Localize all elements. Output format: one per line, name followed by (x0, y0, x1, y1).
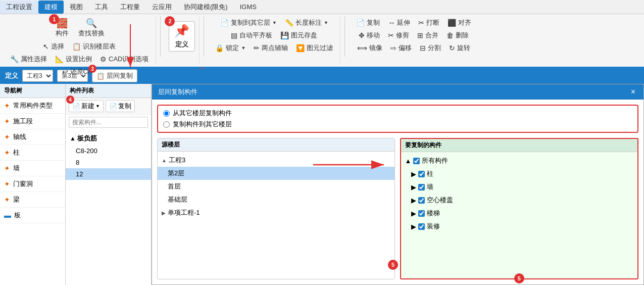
copy-dialog-close-button[interactable]: × (629, 87, 637, 97)
length-mark-dropdown-icon: ▼ (324, 20, 328, 25)
dest-item-column[interactable]: ▶ 柱 (401, 167, 638, 180)
toolbar-btn-extend[interactable]: ↔ 延伸 (385, 17, 413, 28)
toolbar-group-component: 🧱 构件 1 🔍 查找替换 ↖ 选择 📋 识别楼层表 🔧 属性选择 (3, 16, 156, 65)
toolbar-btn-copy[interactable]: 📄 复制 (353, 17, 383, 28)
toolbar-row-2: ↖ 选择 📋 识别楼层表 (40, 41, 119, 52)
edit-row-1: 📄 复制 ↔ 延伸 ✂ 打断 ⬛ 对齐 (353, 17, 474, 28)
toolbar-btn-identify-floor[interactable]: 📋 识别楼层表 (69, 41, 119, 52)
radio-copy-to[interactable]: 复制构件到其它楼层 (163, 120, 632, 129)
sidebar-item-slab[interactable]: ▬ 板 (0, 208, 65, 223)
floor-copy-button[interactable]: 📋 层间复制 3 (92, 69, 137, 82)
copy-dialog-body: 从其它楼层复制构件 复制构件到其它楼层 源楼层 ▲ (152, 100, 643, 284)
common-types-icon: ✦ (4, 102, 10, 110)
toolbar-group-edit: 📄 复制 ↔ 延伸 ✂ 打断 ⬛ 对齐 ✥ 移动 ✂ 修剪 (349, 16, 478, 65)
toolbar-btn-trim[interactable]: ✂ 修剪 (385, 30, 412, 41)
dest-checkbox-wall[interactable] (418, 184, 425, 191)
toolbar-btn-component[interactable]: 🧱 构件 1 (51, 17, 73, 39)
menu-engineering-settings[interactable]: 工程设置 (0, 1, 38, 14)
radio-copy-from-input[interactable] (163, 110, 170, 117)
dest-item-stair[interactable]: ▶ 楼梯 (401, 207, 638, 220)
dest-checkbox-decoration[interactable] (418, 223, 425, 230)
save-element-icon: 💾 (280, 31, 289, 39)
comp-item-c8-200[interactable]: C8-200 (66, 145, 151, 157)
sidebar-item-common-types[interactable]: ✦ 常用构件类型 (0, 98, 65, 114)
radio-copy-from[interactable]: 从其它楼层复制构件 (163, 109, 632, 118)
toolbar-btn-break[interactable]: ✂ 打断 (415, 17, 442, 28)
toolbar-row-1: 🧱 构件 1 🔍 查找替换 (51, 17, 108, 39)
sidebar-item-beam[interactable]: ✦ 梁 (0, 192, 65, 208)
dest-item-all[interactable]: ▲ 所有构件 (401, 154, 638, 167)
toolbar-btn-delete[interactable]: 🗑 删除 (443, 30, 472, 41)
toolbar-btn-save-element[interactable]: 💾 图元存盘 (277, 30, 320, 41)
toolbar-btn-select[interactable]: ↖ 选择 (40, 41, 67, 52)
auto-align-icon: ▤ (231, 31, 237, 39)
separator-3 (344, 16, 345, 57)
sidebar-item-column[interactable]: ✦ 柱 (0, 145, 65, 161)
toolbar-btn-filter[interactable]: 🔽 图元过滤 (293, 42, 336, 54)
src-floor-2[interactable]: 第2层 (158, 167, 394, 180)
menu-collab[interactable]: 协同建模(限免) (178, 1, 234, 14)
sidebar-item-axis[interactable]: ✦ 轴线 (0, 129, 65, 145)
toolbar-btn-rotate[interactable]: ↻ 旋转 (446, 42, 473, 54)
comp-toolbar: 📄 新建 ▼ 4 📄 复制 (66, 98, 151, 115)
toolbar-btn-merge[interactable]: ⊞ 合并 (414, 30, 441, 41)
copy-row-2: ▤ 自动平齐板 💾 图元存盘 (228, 30, 320, 41)
separator-1 (160, 16, 161, 57)
src-floor-first[interactable]: 首层 (158, 180, 394, 193)
toolbar-btn-set-scale[interactable]: 📐 设置比例 (52, 54, 95, 65)
menu-view[interactable]: 视图 (64, 1, 89, 14)
toolbar-btn-length-mark[interactable]: 📏 长度标注 ▼ (282, 17, 331, 28)
toolbar-btn-two-point-axis[interactable]: ✏ 两点辅轴 (251, 42, 291, 54)
menu-quantity[interactable]: 工程量 (114, 1, 146, 14)
src-sub-project[interactable]: ▶ 单项工程-1 (158, 206, 394, 219)
all-arrow-icon: ▲ (405, 157, 412, 165)
toolbar-btn-attr-select[interactable]: 🔧 属性选择 (7, 54, 50, 65)
src-floor-foundation[interactable]: 基础层 (158, 193, 394, 206)
toolbar-btn-auto-align[interactable]: ▤ 自动平齐板 (228, 30, 275, 41)
copy-row-3: 🔒 锁定 ▼ ✏ 两点辅轴 🔽 图元过滤 (212, 42, 336, 54)
toolbar-btn-lock[interactable]: 🔒 锁定 ▼ (212, 42, 249, 54)
define-bar: 定义 工程3 第3层 📋 层间复制 3 (0, 68, 644, 84)
new-component-button[interactable]: 📄 新建 ▼ 4 (69, 100, 104, 112)
src-tree-project[interactable]: ▲ 工程3 (158, 154, 394, 167)
toolbar-btn-find-replace[interactable]: 🔍 查找替换 (75, 17, 108, 39)
comp-tree-group-slab-rebar[interactable]: ▲ 板负筋 (66, 132, 151, 145)
badge-5: 5 (388, 260, 398, 270)
menu-modeling[interactable]: 建模 (38, 1, 64, 14)
dest-checkbox-all[interactable] (413, 158, 420, 164)
search-input[interactable] (69, 117, 148, 128)
toolbar-btn-offset[interactable]: ⇨ 偏移 (387, 42, 415, 54)
toolbar-btn-mirror[interactable]: ⟺ 镜像 (354, 42, 385, 54)
badge-5-placeholder: 5 (514, 273, 524, 283)
sidebar-item-construction-stage[interactable]: ✦ 施工段 (0, 114, 65, 129)
toolbar-btn-split[interactable]: ⊟ 分割 (417, 42, 444, 54)
sidebar-item-wall[interactable]: ✦ 墙 (0, 161, 65, 176)
door-window-icon: ✦ (4, 180, 10, 188)
dest-checkbox-column[interactable] (418, 171, 425, 177)
new-icon: 📄 (72, 103, 80, 110)
comp-item-12[interactable]: 12 (66, 168, 151, 180)
dest-tree: ▲ 所有构件 ▶ 柱 ▶ (401, 152, 638, 235)
menu-cloud[interactable]: 云应用 (146, 1, 178, 14)
panels-row: 源楼层 ▲ 工程3 第2层 首层 (157, 138, 638, 279)
copy-component-button[interactable]: 📄 复制 (106, 100, 135, 112)
radio-copy-to-input[interactable] (163, 121, 170, 128)
sub-project-arrow-icon: ▶ (162, 210, 166, 216)
project-select[interactable]: 工程3 (22, 70, 53, 82)
split-icon: ⊟ (420, 44, 426, 52)
lock-dropdown-icon: ▼ (241, 45, 245, 51)
comp-item-8[interactable]: 8 (66, 157, 151, 168)
toolbar-btn-move[interactable]: ✥ 移动 (356, 30, 383, 41)
dest-checkbox-stair[interactable] (418, 210, 425, 217)
toolbar-btn-define[interactable]: 📌 定义 (169, 21, 195, 52)
dest-item-wall[interactable]: ▶ 墙 (401, 180, 638, 194)
menu-igms[interactable]: IGMS (234, 1, 263, 13)
toolbar-btn-align[interactable]: ⬛ 对齐 (444, 17, 474, 28)
menu-tools[interactable]: 工具 (89, 1, 114, 14)
dest-item-hollow-slab[interactable]: ▶ 空心楼盖 (401, 194, 638, 207)
dest-checkbox-hollow-slab[interactable] (418, 197, 425, 204)
toolbar-btn-copy-to-floor[interactable]: 📄 复制到其它层 ▼ (217, 17, 280, 28)
dest-item-decoration[interactable]: ▶ 装修 (401, 220, 638, 233)
sidebar-item-door-window[interactable]: ✦ 门窗洞 (0, 176, 65, 192)
toolbar-btn-cad-options[interactable]: ⚙ CAD识别选项 (97, 54, 152, 65)
